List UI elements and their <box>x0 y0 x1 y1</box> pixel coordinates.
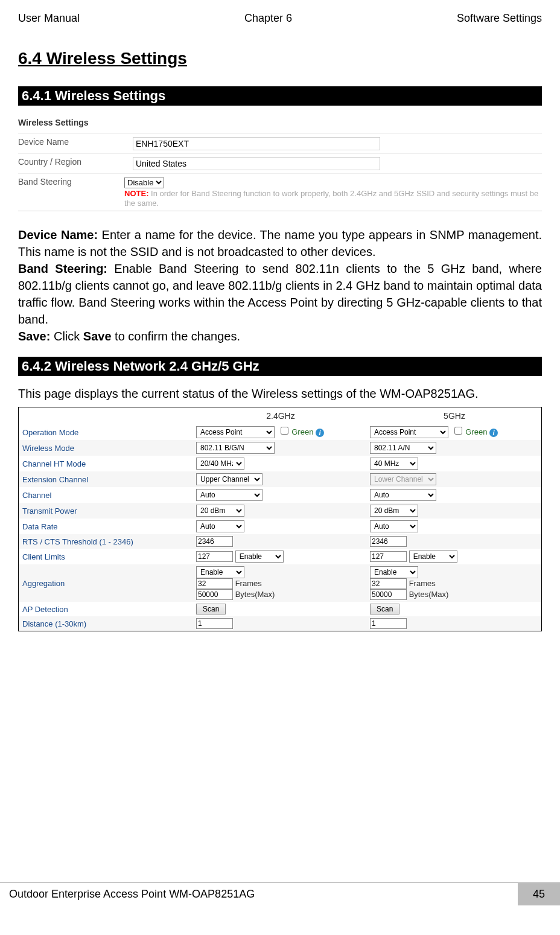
green-5-label: Green <box>465 427 487 436</box>
operation-mode-24-select[interactable]: Access Point <box>196 426 275 438</box>
client-limits-5-mode-select[interactable]: Enable <box>409 550 457 563</box>
operation-mode-5-select[interactable]: Access Point <box>370 426 448 438</box>
bytes-max-label: Bytes(Max) <box>409 590 449 599</box>
body-paragraph-1: Device Name: Enter a name for the device… <box>18 226 542 345</box>
heading-6-4: 6.4 Wireless Settings <box>18 49 542 68</box>
row-operation-mode: Operation Mode <box>19 424 194 440</box>
aggregation-24-frames-input[interactable] <box>196 578 233 589</box>
footer-page-number: 45 <box>518 883 560 905</box>
note-label: NOTE: <box>124 189 151 198</box>
heading-6-4-1: 6.4.1 Wireless Settings <box>18 86 542 106</box>
aggregation-5-bytes-input[interactable] <box>370 589 407 600</box>
scan-24-button[interactable]: Scan <box>196 604 226 614</box>
rts-cts-5-input[interactable] <box>370 536 407 547</box>
header-right: Software Settings <box>457 12 542 25</box>
wireless-settings-panel: Wireless Settings Device Name Country / … <box>18 115 542 211</box>
header-center: Chapter 6 <box>244 12 292 25</box>
channel-ht-5-select[interactable]: 40 MHz <box>370 458 418 470</box>
wireless-network-panel: 2.4GHz 5GHz Operation Mode Access Point … <box>18 407 542 631</box>
frames-label: Frames <box>409 579 436 588</box>
distance-24-input[interactable] <box>196 618 233 629</box>
aggregation-24-mode-select[interactable]: Enable <box>196 566 244 578</box>
transmit-power-5-select[interactable]: 20 dBm <box>370 505 418 517</box>
green-24-checkbox[interactable] <box>281 427 288 435</box>
column-header-5ghz: 5GHz <box>368 407 541 424</box>
green-5-checkbox[interactable] <box>454 427 462 435</box>
row-distance: Distance (1-30km) <box>19 616 194 631</box>
aggregation-5-mode-select[interactable]: Enable <box>370 566 418 578</box>
wireless-mode-24-select[interactable]: 802.11 B/G/N <box>196 442 275 454</box>
device-name-label: Device Name <box>18 137 133 147</box>
bytes-max-label: Bytes(Max) <box>235 590 275 599</box>
note-text: In order for Band Steering function to w… <box>124 189 538 208</box>
row-channel-ht-mode: Channel HT Mode <box>19 456 194 471</box>
row-aggregation: Aggregation <box>19 564 194 602</box>
footer-product-name: Outdoor Enterprise Access Point WM-OAP82… <box>0 883 518 905</box>
scan-5-button[interactable]: Scan <box>370 604 399 614</box>
wireless-mode-5-select[interactable]: 802.11 A/N <box>370 442 436 454</box>
page-header: User Manual Chapter 6 Software Settings <box>18 12 542 25</box>
frames-label: Frames <box>235 579 262 588</box>
extension-channel-5-select: Lower Channel <box>370 473 436 485</box>
row-wireless-mode: Wireless Mode <box>19 440 194 456</box>
row-client-limits: Client Limits <box>19 549 194 564</box>
heading-6-4-2: 6.4.2 Wireless Network 2.4 GHz/5 GHz <box>18 357 542 376</box>
aggregation-5-frames-input[interactable] <box>370 578 407 589</box>
extension-channel-24-select[interactable]: Upper Channel <box>196 473 262 485</box>
row-ap-detection: AP Detection <box>19 602 194 616</box>
header-left: User Manual <box>18 12 80 25</box>
country-region-label: Country / Region <box>18 157 133 167</box>
client-limits-24-input[interactable] <box>196 551 233 562</box>
channel-ht-24-select[interactable]: 20/40 MHz <box>196 458 244 470</box>
band-steering-note: NOTE: In order for Band Steering functio… <box>124 189 538 208</box>
rts-cts-24-input[interactable] <box>196 536 233 547</box>
client-limits-24-mode-select[interactable]: Enable <box>235 550 284 563</box>
row-extension-channel: Extension Channel <box>19 471 194 487</box>
row-channel: Channel <box>19 487 194 503</box>
aggregation-24-bytes-input[interactable] <box>196 589 233 600</box>
device-name-input[interactable] <box>133 137 380 150</box>
band-steering-select[interactable]: Disable <box>124 177 164 188</box>
info-icon[interactable]: i <box>489 429 498 437</box>
client-limits-5-input[interactable] <box>370 551 407 562</box>
page-footer: Outdoor Enterprise Access Point WM-OAP82… <box>0 882 560 905</box>
band-steering-label: Band Steering <box>18 177 124 187</box>
info-icon[interactable]: i <box>316 429 324 437</box>
row-rts-cts: RTS / CTS Threshold (1 - 2346) <box>19 534 194 549</box>
intro-6-4-2: This page displays the current status of… <box>18 385 542 402</box>
row-data-rate: Data Rate <box>19 519 194 534</box>
row-transmit-power: Transmit Power <box>19 503 194 519</box>
distance-5-input[interactable] <box>370 618 407 629</box>
wireless-settings-title: Wireless Settings <box>18 115 542 130</box>
data-rate-24-select[interactable]: Auto <box>196 520 244 532</box>
green-24-label: Green <box>291 427 313 436</box>
data-rate-5-select[interactable]: Auto <box>370 520 418 532</box>
column-header-24ghz: 2.4GHz <box>194 407 368 424</box>
channel-24-select[interactable]: Auto <box>196 489 262 501</box>
transmit-power-24-select[interactable]: 20 dBm <box>196 505 244 517</box>
country-region-input[interactable] <box>133 157 380 170</box>
channel-5-select[interactable]: Auto <box>370 489 436 501</box>
